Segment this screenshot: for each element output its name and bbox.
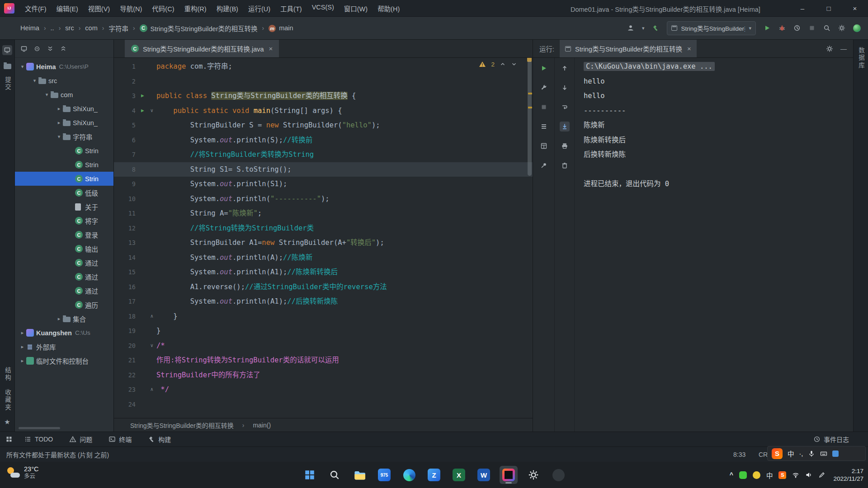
volume-icon[interactable] <box>805 471 812 479</box>
chevron-down-icon[interactable]: ▾ <box>43 92 51 98</box>
editor-breadcrumb-item[interactable]: String类与StringBuilder类的相互转换 <box>130 421 234 430</box>
taskbar-edge-button[interactable] <box>400 466 418 484</box>
tree-item[interactable]: ▾HeimaC:\Users\P <box>15 60 113 74</box>
code-line[interactable]: 2 <box>114 74 533 89</box>
wifi-icon[interactable] <box>792 471 799 479</box>
structure-stripe-button[interactable]: 结构 <box>3 367 12 382</box>
tree-item[interactable]: ▸外部库 <box>15 340 113 354</box>
skin-icon[interactable] <box>832 450 839 457</box>
chevron-right-icon[interactable]: ▸ <box>55 106 63 112</box>
tool-tab-构建[interactable]: 构建 <box>148 435 171 444</box>
breadcrumb-item[interactable]: .. <box>51 24 54 32</box>
code-line[interactable]: 5 StringBuilder S = new StringBuilder("h… <box>114 118 533 133</box>
hide-panel-icon[interactable]: — <box>840 45 847 52</box>
code-line[interactable]: 23∧ */ <box>114 382 533 397</box>
horizontal-scrollbar[interactable] <box>19 427 60 429</box>
chevron-right-icon[interactable]: ▸ <box>55 316 63 322</box>
dump-button[interactable] <box>539 122 549 131</box>
user-icon[interactable] <box>627 24 634 32</box>
maximize-button[interactable]: □ <box>816 0 842 17</box>
tool-window-switcher-icon[interactable] <box>5 436 13 443</box>
chevron-down-icon[interactable]: ▾ <box>55 134 63 140</box>
code-line[interactable]: 4▶∨ public static void main(String[] arg… <box>114 103 533 118</box>
tree-item[interactable]: ▸ShiXun_ <box>15 102 113 116</box>
layout-button[interactable] <box>539 141 549 151</box>
code-editor[interactable]: 2 1package com.字符串;2 3▶public class Stri… <box>114 58 533 418</box>
menu-item[interactable]: 代码(C) <box>147 1 179 15</box>
menu-item[interactable]: 窗口(W) <box>339 1 373 15</box>
tree-item[interactable]: ▸ShiXun_ <box>15 116 113 130</box>
taskbar-search-button[interactable] <box>326 466 344 484</box>
code-line[interactable]: 6 System.out.println(S);//转换前 <box>114 133 533 148</box>
intellij-logo-icon[interactable]: IJ <box>4 3 14 14</box>
softwrap-button[interactable] <box>560 102 570 112</box>
folder-stripe-button[interactable] <box>4 62 11 69</box>
tree-item[interactable]: C低级 <box>15 186 113 200</box>
code-line[interactable]: 13 StringBuilder A1=new StringBuilder(A+… <box>114 235 533 250</box>
menu-item[interactable]: 运行(U) <box>243 1 275 15</box>
pin-button[interactable] <box>539 160 549 170</box>
code-line[interactable]: 18∧ } <box>114 309 533 324</box>
tree-item[interactable]: ▸集合 <box>15 312 113 326</box>
editor-tab[interactable]: C String类与StringBuilder类的相互转换.java × <box>125 40 279 57</box>
menu-item[interactable]: 工具(T) <box>275 1 307 15</box>
run-button[interactable] <box>764 24 771 32</box>
star-icon[interactable]: ★ <box>4 418 10 425</box>
fold-up-icon[interactable]: ∧ <box>150 309 153 324</box>
taskbar-excel-button[interactable]: X <box>450 466 468 484</box>
trash-button[interactable] <box>560 160 570 170</box>
chevron-right-icon[interactable]: ▸ <box>19 358 26 364</box>
tree-item[interactable]: ▸KuangshenC:\Us <box>15 326 113 340</box>
tree-item[interactable]: C登录 <box>15 228 113 242</box>
code-line[interactable]: 20∨/* <box>114 338 533 353</box>
rerun-button[interactable] <box>539 63 549 73</box>
debug-button[interactable] <box>778 24 786 32</box>
event-log-button[interactable]: 事件日志 <box>813 435 849 444</box>
menu-item[interactable]: VCS(S) <box>307 1 339 15</box>
code-line[interactable]: 22StringBuilder中的所有方法了 <box>114 368 533 383</box>
scrollbar-thumb[interactable] <box>528 61 532 176</box>
taskbar-clock[interactable]: 2:17 2022/11/27 <box>833 467 863 483</box>
wechat-tray-icon[interactable] <box>739 471 747 479</box>
down-button[interactable] <box>560 83 570 93</box>
up-button[interactable] <box>560 63 570 73</box>
menu-item[interactable]: 帮助(H) <box>373 1 405 15</box>
menu-item[interactable]: 编辑(E) <box>52 1 83 15</box>
taskbar-start-button[interactable] <box>301 466 319 484</box>
menu-item[interactable]: 导航(N) <box>115 1 147 15</box>
keyboard-icon[interactable] <box>820 450 827 457</box>
inspections-widget[interactable]: 2 <box>479 61 517 68</box>
close-button[interactable]: × <box>842 0 868 17</box>
code-line[interactable]: 14 System.out.println(A);//陈焕新 <box>114 250 533 265</box>
chevron-right-icon[interactable]: ▸ <box>19 330 26 336</box>
tool-tab-todo[interactable]: TODO <box>24 435 53 444</box>
run-config-select[interactable]: String类与StringBuilder类的相互转换 ▾ <box>667 21 756 35</box>
tree-item[interactable]: C通过 <box>15 256 113 270</box>
ime-mode-toggle[interactable]: 中 <box>788 449 794 458</box>
tree-item[interactable]: C通过 <box>15 284 113 298</box>
taskbar-settings-button[interactable] <box>524 466 542 484</box>
favorites-stripe-button[interactable]: 收藏夹 <box>3 389 12 412</box>
tree-item[interactable]: 关于 <box>15 200 113 214</box>
pen-icon[interactable] <box>818 471 826 479</box>
run-tab[interactable]: String类与StringBuilder类的相互转换 × <box>560 40 697 57</box>
tree-item[interactable]: CStrin <box>15 172 113 186</box>
tree-item[interactable]: ▾字符串 <box>15 130 113 144</box>
taskbar-app-blue-button[interactable]: 975 <box>375 466 393 484</box>
project-views-icon[interactable] <box>20 45 28 52</box>
code-line[interactable]: 8 String S1= S.toString(); <box>114 162 533 177</box>
menu-item[interactable]: 文件(F) <box>20 1 52 15</box>
mic-icon[interactable] <box>808 450 815 457</box>
tree-item[interactable]: ▸临时文件和控制台 <box>15 354 113 368</box>
wrench-button[interactable] <box>539 83 549 93</box>
select-opened-file-icon[interactable] <box>33 45 41 52</box>
breadcrumb-item[interactable]: mmain <box>269 24 293 32</box>
project-stripe-button[interactable] <box>2 45 12 55</box>
taskbar-word-button[interactable]: W <box>475 466 493 484</box>
ime-punct-toggle[interactable]: ·, <box>799 450 803 457</box>
chevron-down-icon[interactable]: ▾ <box>19 64 26 70</box>
code-line[interactable]: 3▶public class String类与StringBuilder类的相互… <box>114 89 533 103</box>
editor-scrollbar[interactable] <box>527 58 533 418</box>
code-line[interactable]: 24 <box>114 397 533 412</box>
tree-item[interactable]: C遍历 <box>15 298 113 312</box>
